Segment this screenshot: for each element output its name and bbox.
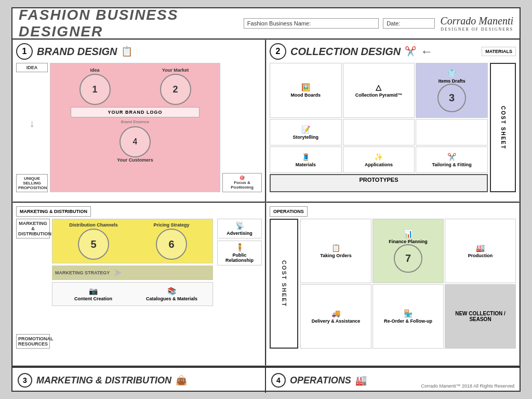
tailoring-label: Tailoring & Fitting [432, 162, 472, 167]
operations-header: OPERATIONS [270, 206, 516, 217]
items-drafts-cell: 👕 Items Drafts 3 [416, 63, 488, 118]
catalogues-cell: 📚 Catalogues & Materials [133, 285, 210, 303]
brand-design-number: 1 [16, 43, 33, 60]
brand-logo-box: YOUR BRAND LOGO [71, 107, 200, 117]
orders-icon: 📋 [331, 244, 340, 252]
store-icon: 🏪 [404, 309, 413, 317]
production-cell: 🏭 Production [445, 219, 516, 283]
content-area: 1 BRAND DESIGN 📋 IDEA ↓ UNIQUE SELLING P… [12, 39, 520, 367]
circle-2-num: 2 [172, 84, 178, 95]
empty-cell-1 [343, 119, 415, 145]
circle-2: 2 [160, 74, 191, 105]
focus-label: Focus & Positioning [225, 180, 259, 190]
date-input[interactable] [400, 20, 431, 26]
target-icon: 🎯 [240, 176, 245, 180]
brand-circles-top: Idea 1 Your Market 2 [55, 68, 216, 105]
circle-6-group: Pricing Strategy 6 [134, 222, 209, 260]
bottom-bar: 3 MARKETING & DISTRIBUTION 👜 4 OPERATION… [12, 367, 520, 393]
collection-design-number: 2 [270, 43, 286, 60]
mood-boards-label: Mood Boards [291, 92, 321, 98]
q3-main: Distribution Channels 5 Pricing Strategy… [52, 219, 213, 349]
finance-icon: 📊 [404, 230, 413, 238]
circle-2-group: Your Market 2 [160, 68, 191, 105]
circle-1-num: 1 [92, 84, 97, 95]
collection-design-quadrant: 2 COLLECTION DESIGN ✂️ ← MATERIALS 🖼️ Mo… [266, 39, 520, 203]
advertising-cell: 📡 Advertising [217, 219, 262, 238]
marketing-strategy-label: MARKETING STRATEGY [55, 270, 110, 275]
advertising-label: Advertising [227, 231, 252, 236]
circle-3-num: 3 [449, 92, 455, 104]
circle-2-label: Your Market [160, 68, 191, 73]
brand-design-quadrant: 1 BRAND DESIGN 📋 IDEA ↓ UNIQUE SELLING P… [12, 39, 266, 203]
brand-grid: Idea 1 Your Market 2 YOUR BRAND LO [50, 63, 220, 192]
q4-body: COST SHEET 📋 Taking Orders 📊 Finance Pla… [270, 219, 516, 349]
finance-planning-label: Finance Planning [389, 239, 428, 244]
q4-grid: 📋 Taking Orders 📊 Finance Planning 7 🏭 P… [300, 219, 516, 349]
brand-design-title: BRAND DESIGN [37, 46, 117, 58]
public-relation-cell: 🧍 Public Relationship [217, 241, 262, 265]
circle-5-group: Distribution Channels 5 [56, 222, 131, 260]
applications-icon: ✨ [374, 153, 383, 161]
empty-cell-2 [416, 119, 488, 145]
camera-icon: 📷 [89, 287, 98, 295]
promotional-label: PROMOTIONAL RESOURCES [16, 334, 50, 349]
circle-5-label: Distribution Channels [56, 222, 131, 228]
mood-boards-icon: 🖼️ [301, 83, 310, 91]
materials-label: MATERIALS [482, 47, 516, 56]
operations-quadrant: OPERATIONS COST SHEET 📋 Taking Orders 📊 … [266, 203, 520, 366]
applications-cell: ✨ Applications [343, 147, 415, 173]
bottom-operations-title: OPERATIONS [290, 375, 351, 386]
yellow-grid: Distribution Channels 5 Pricing Strategy… [52, 219, 213, 263]
circle-4-label: Your Customers [55, 157, 216, 163]
circle-7-num: 7 [405, 252, 411, 264]
bottom-marketing-section: 3 MARKETING & DISTRIBUTION 👜 [12, 368, 266, 393]
circle-4-group: 4 Your Customers [55, 126, 216, 163]
antenna-icon: 📡 [235, 221, 244, 230]
collection-grid: 🖼️ Mood Boards △ Collection Pyramid™ 👕 I… [270, 63, 488, 192]
taking-orders-label: Taking Orders [320, 253, 351, 258]
copyright-text: Corrado Manenti™ 2018 All Rights Reserve… [421, 383, 514, 389]
cost-sheet-vertical-q2: COST SHEET [490, 63, 516, 192]
scissors-icon: ✂️ [405, 46, 416, 57]
new-collection-label: NEW COLLECTION / SEASON [447, 311, 513, 322]
delivery-cell: 🚚 Delivery & Assistance [300, 284, 371, 349]
circle-4: 4 [119, 126, 151, 157]
collection-pyramid-cell: △ Collection Pyramid™ [343, 63, 415, 118]
bottom-marketing-title: MARKETING & DISTRIBUTION [36, 375, 171, 386]
circle-1-label: Idea [79, 68, 111, 73]
brand-design-header: 1 BRAND DESIGN 📋 [16, 43, 262, 60]
circle-5: 5 [78, 229, 109, 260]
bottom-marketing-number: 3 [18, 373, 32, 388]
collection-design-header: 2 COLLECTION DESIGN ✂️ ← MATERIALS [270, 43, 516, 60]
circle-6: 6 [156, 229, 187, 260]
items-drafts-label: Items Drafts [438, 78, 466, 84]
marketing-dist-label: MARKETING & DISTRIBUTION [16, 219, 50, 238]
content-creation-cell: 📷 Content Creation [55, 285, 132, 303]
reorder-cell: 🏪 Re-Order & Follow-up [373, 284, 444, 349]
circle-1: 1 [79, 74, 111, 105]
storytelling-label: Storytelling [293, 135, 319, 140]
q3-left: MARKETING & DISTRIBUTION PROMOTIONAL RES… [16, 219, 50, 349]
main-container: FASHION BUSINESS DESIGNER Fashion Busine… [11, 7, 521, 392]
business-name-label: Fashion Business Name: [247, 20, 311, 26]
pyramid-icon: △ [376, 83, 381, 91]
materials-cell: 🧵 Materials [270, 147, 342, 173]
bottom-marketing-icon: 👜 [176, 375, 187, 386]
prototypes-bar: PROTOTYPES [270, 174, 488, 192]
bottom-operations-section: 4 OPERATIONS 🏭 [266, 368, 520, 393]
marketing-label: MARKETING & DISTRIBUTION [16, 206, 91, 217]
marketing-distribution-quadrant: MARKETING & DISTRIBUTION MARKETING & DIS… [12, 203, 266, 366]
q2-content: 🖼️ Mood Boards △ Collection Pyramid™ 👕 I… [270, 63, 516, 192]
header: FASHION BUSINESS DESIGNER Fashion Busine… [12, 8, 520, 39]
book-icon: 📚 [167, 287, 176, 295]
circle-3: 3 [437, 84, 466, 112]
q3-body: MARKETING & DISTRIBUTION PROMOTIONAL RES… [16, 219, 262, 349]
brand-logo: Corrado Manenti DESIGNER OF DESIGNERS [440, 15, 513, 32]
date-label: Date: [387, 20, 400, 26]
brand-essence: Brand Essence [55, 119, 216, 124]
marketing-header: MARKETING & DISTRIBUTION [16, 206, 262, 217]
q1-right: 🎯 Focus & Positioning [220, 63, 262, 192]
date-group: Date: [383, 18, 435, 29]
bottom-operations-number: 4 [271, 373, 286, 388]
business-name-input[interactable] [313, 20, 375, 26]
